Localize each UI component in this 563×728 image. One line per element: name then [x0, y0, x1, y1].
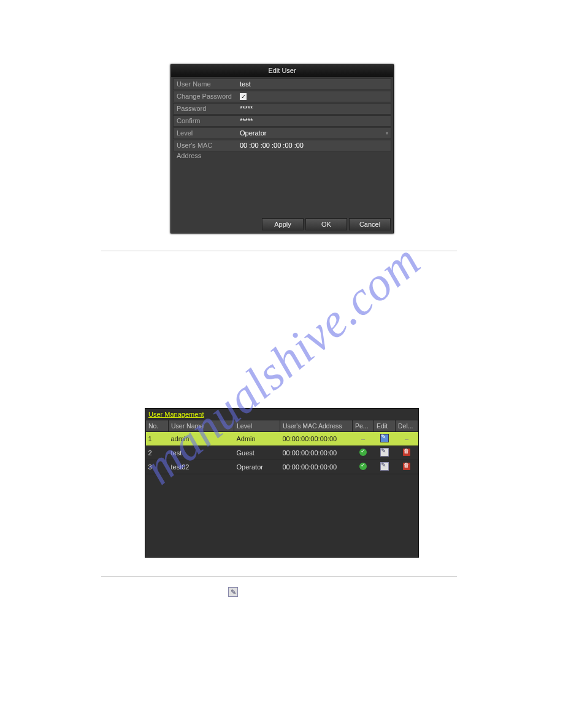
- cell-no: 2: [146, 446, 169, 460]
- edit-icon: [380, 448, 389, 457]
- edit-user-dialog: Edit User User Name test Change Password…: [170, 64, 394, 233]
- input-mac[interactable]: 00 :00 :00 :00 :00 :00: [238, 140, 391, 151]
- delete-icon: [403, 463, 410, 470]
- user-table: No. User Name Level User's MAC Address P…: [145, 420, 418, 474]
- dash-icon: –: [405, 435, 408, 442]
- cell-edit[interactable]: [374, 432, 396, 446]
- select-level[interactable]: Operator: [238, 128, 391, 138]
- form-body: User Name test Change Password ✓ Passwor…: [171, 77, 393, 154]
- row-confirm: Confirm *****: [173, 115, 391, 127]
- row-change-password: Change Password ✓: [173, 91, 391, 102]
- cell-mac: 00:00:00:00:00:00: [280, 446, 353, 460]
- input-user-name[interactable]: test: [238, 79, 391, 89]
- user-management-panel: User Management No. User Name Level User…: [145, 408, 419, 558]
- th-user-name[interactable]: User Name: [169, 420, 234, 432]
- cell-delete[interactable]: [396, 446, 418, 460]
- dash-icon: –: [361, 435, 365, 442]
- th-edit[interactable]: Edit: [374, 420, 396, 432]
- label-user-name: User Name: [174, 79, 238, 89]
- label-confirm: Confirm: [174, 116, 238, 126]
- row-password: Password *****: [173, 103, 391, 115]
- dialog-title: Edit User: [171, 65, 393, 77]
- label-password: Password: [174, 104, 238, 114]
- cell-user-name: test02: [169, 460, 234, 474]
- th-mac[interactable]: User's MAC Address: [280, 420, 353, 432]
- input-confirm[interactable]: *****: [238, 116, 391, 126]
- checkbox-change-password-wrap: ✓: [238, 91, 391, 102]
- table-header-row: No. User Name Level User's MAC Address P…: [146, 420, 418, 432]
- check-icon: [359, 463, 367, 470]
- checkbox-change-password[interactable]: ✓: [240, 93, 247, 100]
- cell-user-name: admin: [169, 432, 234, 446]
- table-row[interactable]: 2testGuest00:00:00:00:00:00: [146, 446, 418, 460]
- panel-title: User Management: [145, 409, 418, 419]
- cell-mac: 00:00:00:00:00:00: [280, 460, 353, 474]
- label-level: Level: [174, 128, 238, 138]
- cancel-button[interactable]: Cancel: [349, 218, 391, 230]
- check-icon: [359, 449, 367, 456]
- cell-edit[interactable]: [374, 446, 396, 460]
- ok-button[interactable]: OK: [305, 218, 347, 230]
- label-mac: User's MAC Address: [174, 140, 238, 151]
- row-level: Level Operator: [173, 127, 391, 139]
- cell-edit[interactable]: [374, 460, 396, 474]
- cell-level: Admin: [234, 432, 280, 446]
- cell-no: 1: [146, 432, 169, 446]
- cell-user-name: test: [169, 446, 234, 460]
- apply-button[interactable]: Apply: [262, 218, 304, 230]
- th-level[interactable]: Level: [234, 420, 280, 432]
- edit-icon: ✎: [228, 587, 238, 597]
- delete-icon: [403, 449, 410, 456]
- row-mac: User's MAC Address 00 :00 :00 :00 :00 :0…: [173, 140, 391, 151]
- edit-icon: [380, 462, 389, 471]
- row-user-name: User Name test: [173, 78, 391, 90]
- edit-icon: [380, 434, 389, 442]
- th-no[interactable]: No.: [146, 420, 169, 432]
- table-row[interactable]: 1adminAdmin00:00:00:00:00:00––: [146, 432, 418, 446]
- cell-level: Guest: [234, 446, 280, 460]
- cell-level: Operator: [234, 460, 280, 474]
- dialog-buttons: Apply OK Cancel: [262, 218, 391, 230]
- divider: [101, 576, 457, 577]
- th-del[interactable]: Del...: [396, 420, 418, 432]
- cell-delete[interactable]: [396, 460, 418, 474]
- cell-permission[interactable]: –: [353, 432, 374, 446]
- divider: [101, 251, 457, 251]
- cell-mac: 00:00:00:00:00:00: [280, 432, 353, 446]
- cell-permission[interactable]: [353, 446, 374, 460]
- th-pe[interactable]: Pe...: [353, 420, 374, 432]
- cell-delete[interactable]: –: [396, 432, 418, 446]
- cell-permission[interactable]: [353, 460, 374, 474]
- table-row[interactable]: 3test02Operator00:00:00:00:00:00: [146, 460, 418, 474]
- input-password[interactable]: *****: [238, 104, 391, 114]
- label-change-password: Change Password: [174, 91, 238, 102]
- cell-no: 3: [146, 460, 169, 474]
